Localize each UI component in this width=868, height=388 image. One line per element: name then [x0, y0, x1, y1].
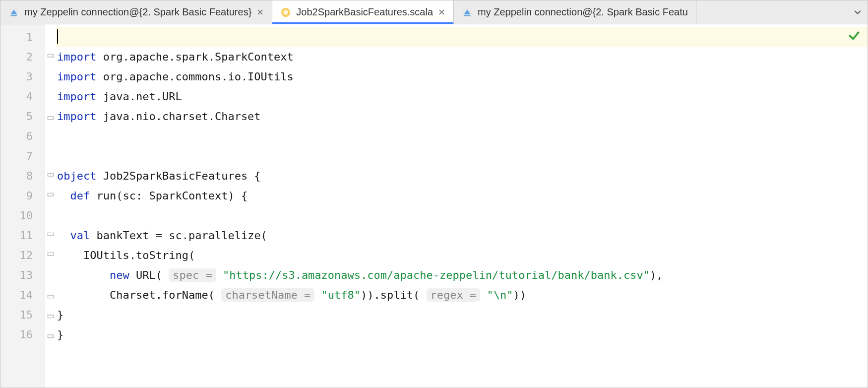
parameter-hint: regex =: [427, 288, 481, 302]
fold-region-start-icon[interactable]: [45, 246, 56, 265]
line-number: 16: [0, 325, 45, 345]
code-line: Charset.forName( charsetName = "utf8")).…: [56, 285, 868, 305]
code-line: object Job2SparkBasicFeatures {: [56, 166, 868, 186]
fold-region-end-icon[interactable]: [45, 325, 56, 345]
tab-label: my Zeppelin connection@{2. Spark Basic F…: [478, 6, 688, 18]
tab-zeppelin-2[interactable]: my Zeppelin connection@{2. Spark Basic F…: [454, 0, 696, 24]
svg-point-2: [284, 10, 288, 14]
fold-region-start-icon[interactable]: [45, 47, 56, 67]
line-number-gutter: 1 2 3 4 5 6 7 8 9 10 11 12 13 14 15 16: [0, 24, 45, 388]
code-line: def run(sc: SparkContext) {: [56, 186, 868, 206]
fold-region-end-icon[interactable]: [45, 305, 56, 325]
zeppelin-file-icon: [8, 7, 19, 18]
line-number: 8: [0, 166, 45, 186]
tab-zeppelin-1[interactable]: my Zeppelin connection@{2. Spark Basic F…: [0, 0, 272, 24]
line-number: 5: [0, 107, 45, 127]
code-line: [56, 127, 868, 146]
code-line: IOUtils.toString(: [56, 246, 868, 265]
line-number: 6: [0, 127, 45, 146]
line-number: 7: [0, 146, 45, 166]
fold-region-start-icon[interactable]: [45, 186, 56, 206]
text-caret: [57, 29, 58, 44]
editor-tab-bar: my Zeppelin connection@{2. Spark Basic F…: [0, 0, 868, 24]
tab-label: my Zeppelin connection@{2. Spark Basic F…: [24, 6, 251, 18]
code-content[interactable]: import org.apache.spark.SparkContext imp…: [56, 24, 868, 388]
line-number: 10: [0, 206, 45, 226]
line-number: 9: [0, 186, 45, 206]
code-line: [56, 206, 868, 226]
line-number: 12: [0, 246, 45, 265]
tabs-overflow-button[interactable]: [848, 0, 868, 24]
line-number: 1: [0, 27, 45, 47]
zeppelin-file-icon: [462, 7, 473, 18]
line-number: 14: [0, 285, 45, 305]
code-line: [56, 27, 868, 47]
code-line: import org.apache.commons.io.IOUtils: [56, 67, 868, 87]
parameter-hint: charsetName =: [221, 288, 314, 302]
code-line: new URL( spec = "https://s3.amazonaws.co…: [56, 265, 868, 285]
fold-region-end-icon[interactable]: [45, 107, 56, 127]
tab-scala-file-active[interactable]: Job2SparkBasicFeatures.scala ✕: [272, 0, 454, 24]
line-number: 15: [0, 305, 45, 325]
fold-region-start-icon[interactable]: [45, 166, 56, 186]
code-line: import java.net.URL: [56, 87, 868, 107]
line-number: 11: [0, 226, 45, 246]
ide-editor-root: my Zeppelin connection@{2. Spark Basic F…: [0, 0, 868, 388]
close-icon[interactable]: ✕: [438, 7, 445, 18]
line-number: 13: [0, 265, 45, 285]
code-line: [56, 146, 868, 166]
fold-region-end-icon[interactable]: [45, 285, 56, 305]
code-line: import org.apache.spark.SparkContext: [56, 47, 868, 67]
tab-label: Job2SparkBasicFeatures.scala: [296, 6, 433, 18]
line-number: 2: [0, 47, 45, 67]
code-editor[interactable]: 1 2 3 4 5 6 7 8 9 10 11 12 13 14 15 16: [0, 24, 868, 388]
close-icon[interactable]: ✕: [256, 7, 264, 18]
parameter-hint: spec =: [169, 268, 216, 282]
code-line: }: [56, 325, 868, 345]
scala-file-icon: [280, 7, 291, 18]
fold-column: [45, 24, 56, 388]
code-line: val bankText = sc.parallelize(: [56, 226, 868, 246]
analysis-ok-icon[interactable]: [848, 29, 861, 45]
code-line: }: [56, 305, 868, 325]
line-number: 3: [0, 67, 45, 87]
line-number: 4: [0, 87, 45, 107]
fold-region-start-icon[interactable]: [45, 226, 56, 246]
code-line: import java.nio.charset.Charset: [56, 107, 868, 127]
